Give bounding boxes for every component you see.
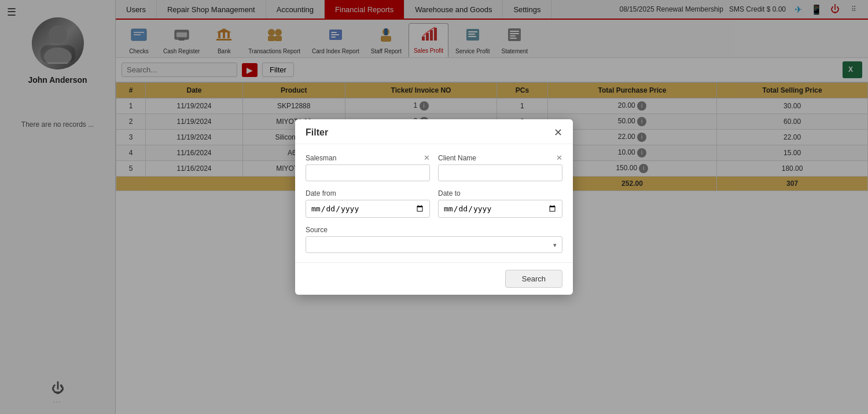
- filter-modal: Filter ✕ Salesman ✕ Client Name ✕: [295, 119, 573, 295]
- salesman-clear-button[interactable]: ✕: [424, 153, 430, 162]
- source-field: Source ▾: [306, 226, 562, 253]
- modal-backdrop: Filter ✕ Salesman ✕ Client Name ✕: [0, 0, 868, 414]
- date-from-label: Date from: [306, 189, 430, 197]
- modal-row-2: Date from Date to: [306, 189, 562, 218]
- source-label: Source: [306, 226, 562, 234]
- modal-search-button[interactable]: Search: [505, 270, 562, 288]
- client-name-clear-button[interactable]: ✕: [556, 153, 562, 162]
- date-from-field: Date from: [306, 189, 430, 218]
- modal-header: Filter ✕: [295, 119, 573, 144]
- source-select-wrapper: ▾: [306, 236, 562, 253]
- client-name-label: Client Name ✕: [438, 153, 562, 162]
- modal-title: Filter: [306, 127, 328, 138]
- salesman-label: Salesman ✕: [306, 153, 430, 162]
- modal-body: Salesman ✕ Client Name ✕ Date from: [295, 144, 573, 262]
- modal-row-1: Salesman ✕ Client Name ✕: [306, 153, 562, 181]
- date-from-input[interactable]: [306, 200, 430, 218]
- client-name-field: Client Name ✕: [438, 153, 562, 181]
- salesman-input[interactable]: [306, 164, 430, 181]
- date-to-field: Date to: [438, 189, 562, 218]
- date-to-input[interactable]: [438, 200, 562, 218]
- date-to-label: Date to: [438, 189, 562, 197]
- source-select[interactable]: [306, 236, 562, 253]
- modal-close-button[interactable]: ✕: [554, 127, 562, 138]
- modal-footer: Search: [295, 262, 573, 295]
- salesman-field: Salesman ✕: [306, 153, 430, 181]
- client-name-input[interactable]: [438, 164, 562, 181]
- modal-row-3: Source ▾: [306, 226, 562, 253]
